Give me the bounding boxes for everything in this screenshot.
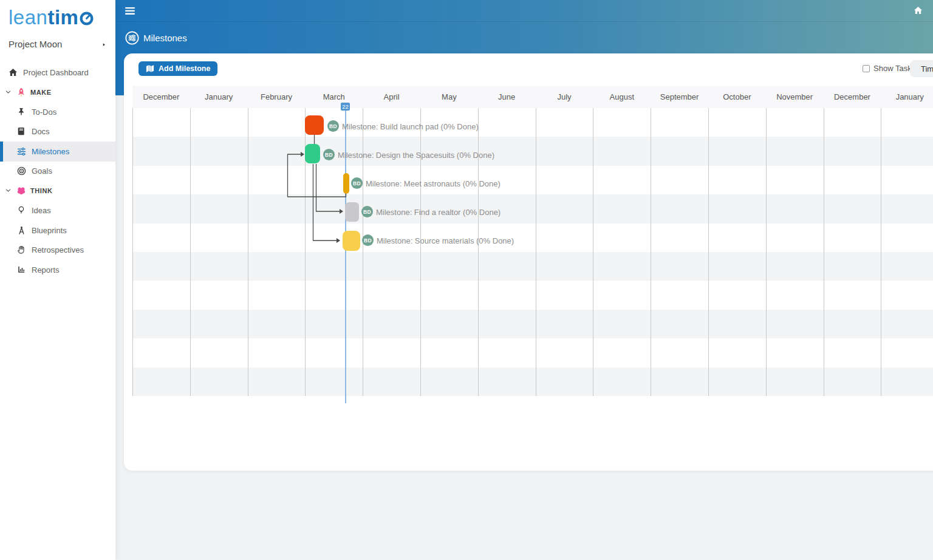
month-label: June (478, 86, 536, 108)
month-label: December (824, 86, 881, 108)
month-header-row: DecemberJanuaryFebruaryMarchAprilMayJune… (132, 86, 933, 108)
sidebar-item-label: Ideas (32, 206, 51, 215)
sidebar-item-label: To-Dos (32, 108, 56, 117)
compass-icon (17, 226, 26, 235)
milestone-bar[interactable] (343, 173, 349, 194)
chevron-down-icon (5, 89, 12, 96)
sidebar-item-label: Retrospectives (32, 245, 84, 254)
sidebar-item-label: Project Dashboard (23, 68, 89, 77)
month-label: January (881, 86, 933, 108)
sidebar-item-label: Blueprints (32, 226, 67, 235)
add-milestone-button[interactable]: Add Milestone (138, 61, 217, 76)
milestone-label[interactable]: Milestone: Design the Spacesuits (0% Don… (338, 151, 494, 160)
add-milestone-label: Add Milestone (159, 64, 210, 73)
book-icon (17, 127, 26, 136)
sidebar-section-label: MAKE (30, 89, 52, 96)
show-tasks-label: Show Tasks (873, 64, 915, 73)
sidebar-section-make[interactable]: MAKE (0, 83, 115, 103)
sidebar-item-blueprints[interactable]: Blueprints (0, 220, 115, 241)
milestone-bar[interactable] (343, 231, 360, 251)
sidebar-item-label: Milestones (32, 147, 69, 156)
milestone-label[interactable]: Milestone: Build launch pad (0% Done) (342, 122, 479, 131)
month-label: March (305, 86, 363, 108)
chevron-down-icon (5, 187, 12, 194)
caret-right-icon (101, 40, 107, 48)
dependency-connectors (132, 108, 933, 403)
page-header: Milestones (115, 22, 933, 53)
milestones-card: Add Milestone Show Tasks Time DecemberJa… (124, 53, 933, 471)
sidebar-item-label: Goals (32, 166, 52, 176)
chart-icon (17, 265, 26, 275)
leantime-logo[interactable]: leantim (0, 0, 115, 29)
month-label: August (593, 86, 651, 108)
home-icon (9, 68, 18, 77)
rocket-icon (16, 87, 26, 97)
show-tasks-toggle: Show Tasks (863, 64, 915, 73)
sidebar-item-ideas[interactable]: Ideas (0, 201, 115, 221)
project-name: Project Moon (9, 39, 62, 49)
milestone-bar[interactable] (345, 202, 359, 222)
sidebar-item-milestones[interactable]: Milestones (0, 142, 115, 162)
month-label: November (766, 86, 824, 108)
month-label: February (248, 86, 306, 108)
month-label: May (420, 86, 478, 108)
sidebar-item-label: Reports (32, 265, 60, 275)
sidebar-item-project-dashboard[interactable]: Project Dashboard (0, 63, 115, 83)
assignee-avatar: BD (327, 120, 339, 132)
page-title: Milestones (143, 33, 187, 43)
sidebar-nav: Project DashboardMAKETo-DosDocsMilestone… (0, 63, 115, 280)
timeframe-button[interactable]: Time (910, 60, 933, 77)
assignee-avatar: BD (323, 149, 335, 160)
home-icon[interactable] (914, 6, 923, 16)
sidebar-section-think[interactable]: THINK (0, 181, 115, 201)
bullseye-icon (17, 166, 26, 176)
menu-icon[interactable] (125, 6, 135, 16)
sidebar-section-label: THINK (30, 187, 53, 194)
sidebar: leantim Project Moon Project DashboardMA… (0, 0, 115, 560)
hand-icon (17, 245, 26, 254)
assignee-avatar: BD (362, 234, 374, 246)
milestone-bar[interactable] (305, 115, 324, 135)
sliders-circle-icon (125, 31, 139, 45)
lightbulb-icon (17, 206, 26, 215)
month-label: December (132, 86, 190, 108)
brain-icon (16, 186, 26, 196)
month-label: October (708, 86, 766, 108)
sidebar-item-docs[interactable]: Docs (0, 122, 115, 142)
map-icon (146, 64, 154, 73)
logo-text-lean: lean (9, 6, 47, 29)
clock-icon (79, 10, 94, 26)
sidebar-item-goals[interactable]: Goals (0, 162, 115, 182)
milestone-label[interactable]: Milestone: Source materials (0% Done) (377, 236, 514, 245)
milestone-label[interactable]: Milestone: Meet astronauts (0% Done) (366, 179, 501, 188)
milestone-bar[interactable] (305, 144, 320, 163)
top-bar (115, 0, 933, 22)
sidebar-item-retrospectives[interactable]: Retrospectives (0, 241, 115, 261)
month-label: July (536, 86, 593, 108)
milestone-label[interactable]: Milestone: Find a realtor (0% Done) (376, 208, 501, 217)
sidebar-item-to-dos[interactable]: To-Dos (0, 102, 115, 122)
logo-text-time: tim (47, 6, 78, 29)
show-tasks-checkbox[interactable] (863, 65, 870, 72)
sidebar-item-reports[interactable]: Reports (0, 260, 115, 280)
pin-icon (17, 108, 26, 117)
month-label: April (363, 86, 420, 108)
assignee-avatar: BD (361, 206, 373, 217)
project-selector[interactable]: Project Moon (0, 29, 115, 49)
gantt-grid: 22BDMilestone: Build launch pad (0% Done… (132, 108, 933, 396)
month-label: September (651, 86, 708, 108)
sliders-icon (17, 147, 26, 156)
sidebar-item-label: Docs (32, 127, 50, 136)
assignee-avatar: BD (351, 177, 363, 189)
month-label: January (190, 86, 248, 108)
